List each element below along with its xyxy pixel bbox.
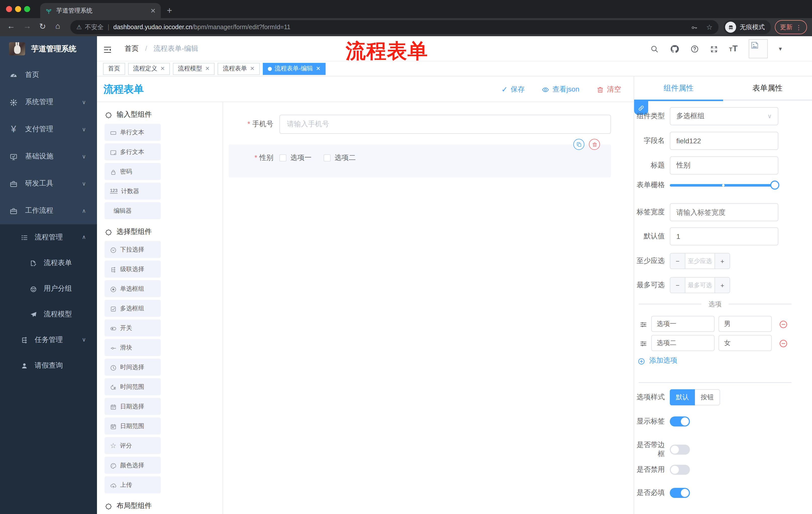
- sidebar-item-task-management[interactable]: 任务管理 ∨: [0, 327, 97, 353]
- sidebar-logo[interactable]: 芋道管理系统: [0, 36, 97, 61]
- tab-form-props[interactable]: 表单属性: [723, 77, 812, 100]
- max-select-value[interactable]: 最多可选: [685, 278, 715, 293]
- component-card-cascader[interactable]: 级联选择: [105, 261, 161, 278]
- forward-icon[interactable]: →: [23, 22, 31, 31]
- label-width-input[interactable]: [670, 203, 778, 221]
- view-json-button[interactable]: 查看json: [542, 85, 579, 94]
- option-value-input[interactable]: [719, 335, 772, 351]
- component-card-time-picker[interactable]: 时间选择: [105, 359, 161, 376]
- decrement-button[interactable]: −: [670, 253, 685, 269]
- sidebar-item-home[interactable]: 首页: [0, 61, 97, 88]
- canvas-field-phone[interactable]: 手机号 请输入手机号: [229, 109, 611, 140]
- min-select-value[interactable]: 至少应选: [685, 253, 715, 269]
- tag-process-form[interactable]: 流程表单✕: [218, 63, 260, 75]
- gender-option-1[interactable]: 选项一: [279, 154, 312, 162]
- tag-process-definition[interactable]: 流程定义✕: [128, 63, 170, 75]
- checkbox-icon[interactable]: [279, 154, 286, 161]
- search-icon[interactable]: [650, 44, 659, 54]
- github-icon[interactable]: [670, 43, 679, 54]
- tab-component-props[interactable]: 组件属性: [634, 77, 723, 100]
- component-type-select[interactable]: 多选框组∨: [670, 107, 778, 125]
- slider-handle[interactable]: [770, 181, 779, 190]
- component-card-upload[interactable]: 上传: [105, 476, 161, 493]
- new-tab-button[interactable]: +: [167, 4, 172, 17]
- phone-input[interactable]: 请输入手机号: [279, 115, 611, 134]
- font-size-icon[interactable]: TT: [729, 44, 737, 54]
- sidebar-item-payment[interactable]: ¥ 支付管理 ∨: [0, 116, 97, 143]
- component-card-rate[interactable]: ☆评分: [105, 437, 161, 454]
- required-toggle[interactable]: [670, 488, 690, 498]
- tag-close-icon[interactable]: ✕: [160, 65, 165, 72]
- gender-option-2[interactable]: 选项二: [324, 154, 356, 162]
- clear-button[interactable]: 清空: [597, 85, 621, 94]
- component-card-radio-group[interactable]: 单选框组: [105, 280, 161, 297]
- component-card-time-range[interactable]: 时间范围: [105, 378, 161, 395]
- delete-component-button[interactable]: [589, 139, 600, 150]
- disabled-toggle[interactable]: [670, 465, 690, 475]
- sidebar-item-process-model[interactable]: 流程模型: [0, 301, 97, 327]
- tag-close-icon[interactable]: ✕: [205, 65, 209, 72]
- add-option-button[interactable]: 添加选项: [638, 356, 677, 365]
- field-name-input[interactable]: [670, 132, 778, 150]
- option-label-input[interactable]: [651, 316, 715, 332]
- remove-option-icon[interactable]: [779, 319, 788, 329]
- tag-close-icon[interactable]: ✕: [250, 65, 255, 72]
- drag-handle-icon[interactable]: [640, 339, 647, 347]
- component-card-password[interactable]: 密码: [105, 163, 161, 180]
- sidebar-item-infra[interactable]: 基础设施 ∨: [0, 143, 97, 170]
- component-card-checkbox-group[interactable]: 多选框组: [105, 300, 161, 317]
- increment-button[interactable]: +: [715, 253, 730, 269]
- security-label[interactable]: 不安全: [85, 23, 104, 31]
- sidebar-item-system[interactable]: 系统管理 ∨: [0, 88, 97, 116]
- url-bar[interactable]: ⚠ 不安全 | dashboard.yudao.iocoder.cn/bpm/m…: [70, 20, 719, 34]
- sidebar-item-workflow[interactable]: 工作流程 ∧: [0, 197, 97, 224]
- component-card-date-picker[interactable]: 日期选择: [105, 398, 161, 415]
- fullscreen-icon[interactable]: [710, 44, 718, 53]
- reload-icon[interactable]: ↻: [39, 22, 46, 31]
- component-card-counter[interactable]: 123计数器: [105, 183, 161, 200]
- show-label-toggle[interactable]: [670, 416, 690, 427]
- sidebar-item-user-group[interactable]: 用户分组: [0, 276, 97, 301]
- back-icon[interactable]: ←: [7, 22, 15, 31]
- sidebar-item-leave-query[interactable]: 请假查询: [0, 353, 97, 378]
- traffic-close-button[interactable]: [6, 6, 12, 12]
- password-key-icon[interactable]: [691, 23, 698, 31]
- component-card-slider[interactable]: 滑块: [105, 339, 161, 356]
- remove-option-icon[interactable]: [779, 338, 788, 348]
- default-value-input[interactable]: [670, 227, 778, 245]
- avatar[interactable]: [749, 39, 768, 58]
- with-border-toggle[interactable]: [670, 444, 690, 455]
- checkbox-icon[interactable]: [324, 154, 330, 161]
- sidebar-item-devtools[interactable]: 研发工具 ∨: [0, 170, 97, 197]
- traffic-minimize-button[interactable]: [15, 6, 21, 12]
- duplicate-component-button[interactable]: [573, 139, 584, 150]
- component-card-multi-line-text[interactable]: 多行文本: [105, 143, 161, 160]
- component-card-date-range[interactable]: 日期范围: [105, 417, 161, 435]
- style-default-button[interactable]: 默认: [670, 389, 695, 405]
- sidebar-item-process-management[interactable]: 流程管理 ∧: [0, 224, 97, 250]
- decrement-button[interactable]: −: [670, 278, 685, 293]
- avatar-caret-icon[interactable]: ▾: [779, 45, 782, 52]
- sidebar-item-process-form[interactable]: 流程表单: [0, 250, 97, 276]
- component-card-switch[interactable]: 开关: [105, 319, 161, 336]
- home-icon[interactable]: ⌂: [55, 22, 60, 31]
- increment-button[interactable]: +: [715, 278, 730, 293]
- component-card-rich-editor[interactable]: 编辑器: [105, 202, 161, 219]
- style-button-button[interactable]: 按钮: [695, 389, 720, 405]
- bookmark-star-icon[interactable]: ☆: [706, 23, 713, 31]
- tab-close-icon[interactable]: ✕: [150, 7, 156, 14]
- title-input[interactable]: [670, 156, 778, 174]
- form-canvas[interactable]: 手机号 请输入手机号 性别 选项一 选项二: [223, 102, 634, 514]
- drag-handle-icon[interactable]: [640, 319, 647, 328]
- save-button[interactable]: ✓保存: [501, 85, 525, 94]
- browser-menu-dots-icon[interactable]: ⋮: [796, 23, 802, 31]
- component-card-select[interactable]: 下拉选择: [105, 241, 161, 258]
- browser-tab[interactable]: 芋道管理系统 ✕: [40, 3, 161, 18]
- traffic-zoom-button[interactable]: [24, 6, 30, 12]
- component-card-color-picker[interactable]: 颜色选择: [105, 457, 161, 474]
- canvas-field-gender-selected[interactable]: 性别 选项一 选项二: [229, 144, 611, 178]
- browser-update-button[interactable]: 更新 ⋮: [775, 20, 807, 34]
- form-grid-slider[interactable]: [670, 180, 778, 190]
- tag-process-model[interactable]: 流程模型✕: [173, 63, 214, 75]
- tag-close-icon[interactable]: ✕: [316, 65, 320, 72]
